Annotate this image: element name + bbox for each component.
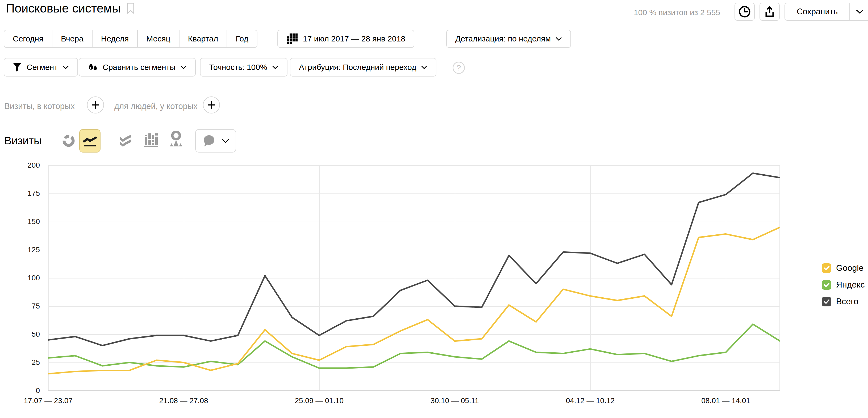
y-tick-label: 50 [0,330,40,339]
pie-chart-type-button[interactable] [61,133,76,149]
chevron-down-icon [421,65,427,69]
export-button[interactable] [760,3,780,21]
annotations-dropdown[interactable] [195,129,236,153]
plus-icon [208,101,215,109]
query-builder: Визиты, в которых для людей, у которых [0,96,868,114]
series-line-всего[interactable] [48,173,780,346]
attribution-label: Атрибуция: Последний переход [299,63,416,72]
save-dropdown-toggle[interactable] [850,3,868,20]
period-week[interactable]: Неделя [92,30,138,48]
history-button[interactable] [735,3,755,21]
legend-label: Google [836,263,864,273]
granularity-dropdown[interactable]: Детализация: по неделям [446,30,571,48]
segment-dropdown[interactable]: Сегмент [4,58,78,76]
legend-item-всего[interactable]: Всего [822,296,859,307]
chart-controls: Визиты [0,129,868,153]
visits-line-chart[interactable] [48,165,780,391]
bookmark-icon[interactable] [127,2,134,14]
date-range-label: 17 июл 2017 — 28 янв 2018 [303,34,405,43]
attribution-dropdown[interactable]: Атрибуция: Последний переход [290,58,436,76]
help-icon[interactable]: ? [453,62,465,74]
clock-icon [739,6,751,18]
compare-segments-dropdown[interactable]: Сравнить сегменты [79,58,196,76]
segment-toolbar: Сегмент Сравнить сегменты Точность: 100%… [0,58,868,76]
chevron-down-icon [62,65,69,69]
legend-item-google[interactable]: Google [822,263,864,273]
legend-label: Яндекс [836,280,865,290]
metric-title: Визиты [4,134,41,147]
line-chart-icon [83,134,97,148]
comment-bubble-icon [202,134,215,148]
chevron-down-icon [556,37,562,41]
calendar-icon [286,33,298,44]
checkmark-icon [825,300,829,303]
y-tick-label: 125 [0,246,40,254]
chevron-down-icon [180,65,187,69]
page-title-wrap: Поисковые системы [6,1,134,15]
add-people-condition-button[interactable] [203,96,220,114]
area-chart-icon [119,133,132,148]
pie-chart-icon [62,134,75,148]
x-tick-label: 17.07 — 23.07 [24,396,72,405]
page-title: Поисковые системы [6,1,121,15]
map-chart-type-button[interactable] [168,131,184,147]
x-tick-label: 08.01 — 14.01 [701,396,750,405]
share-icon [764,6,776,18]
checkmark-icon [825,283,829,286]
plus-icon [91,101,99,109]
sampling-stats: 100 % визитов из 2 555 [634,8,720,17]
chevron-down-icon [272,65,278,69]
save-split-button[interactable]: Сохранить [784,3,868,21]
date-range-button[interactable]: 17 июл 2017 — 28 янв 2018 [277,30,414,48]
period-yesterday[interactable]: Вчера [52,30,93,48]
compare-segments-label: Сравнить сегменты [103,63,176,72]
series-line-google[interactable] [48,227,780,374]
x-tick-label: 30.10 — 05.11 [431,396,479,405]
y-tick-label: 25 [0,358,40,367]
y-tick-label: 100 [0,274,40,282]
series-line-яндекс[interactable] [48,324,780,368]
legend-item-яндекс[interactable]: Яндекс [822,280,865,290]
chevron-down-icon [222,139,229,143]
period-button-group: Сегодня Вчера Неделя Месяц Квартал Год [4,30,257,48]
period-year[interactable]: Год [226,30,257,48]
legend-checkbox-checked[interactable] [822,263,831,273]
chevron-down-icon [856,9,864,14]
accuracy-dropdown[interactable]: Точность: 100% [200,58,287,76]
add-visit-condition-button[interactable] [87,96,104,114]
period-quarter[interactable]: Квартал [179,30,227,48]
line-chart-type-button[interactable] [79,129,100,153]
y-tick-label: 200 [0,161,40,169]
x-tick-label: 04.12 — 10.12 [566,396,615,405]
period-month[interactable]: Месяц [137,30,179,48]
period-today[interactable]: Сегодня [4,30,52,48]
droplets-icon [88,62,98,72]
column-chart-type-button[interactable] [143,132,159,148]
y-tick-label: 0 [0,386,40,395]
segment-label: Сегмент [27,63,58,72]
x-tick-label: 21.08 — 27.08 [159,396,208,405]
legend-checkbox-checked[interactable] [822,297,831,307]
column-chart-icon [144,133,158,148]
area-chart-type-button[interactable] [118,133,133,149]
y-tick-label: 150 [0,217,40,226]
funnel-icon [13,63,22,72]
legend-label: Всего [836,296,859,307]
checkmark-icon [825,266,829,270]
legend-checkbox-checked[interactable] [822,280,831,290]
granularity-label: Детализация: по неделям [455,34,551,43]
y-tick-label: 75 [0,302,40,310]
save-button[interactable]: Сохранить [785,3,849,20]
map-pin-icon [169,131,183,148]
accuracy-label: Точность: 100% [209,63,267,72]
people-condition-label: для людей, у которых [114,101,197,111]
visits-condition-label: Визиты, в которых [4,101,75,111]
y-tick-label: 175 [0,189,40,198]
x-tick-label: 25.09 — 01.10 [294,396,344,405]
